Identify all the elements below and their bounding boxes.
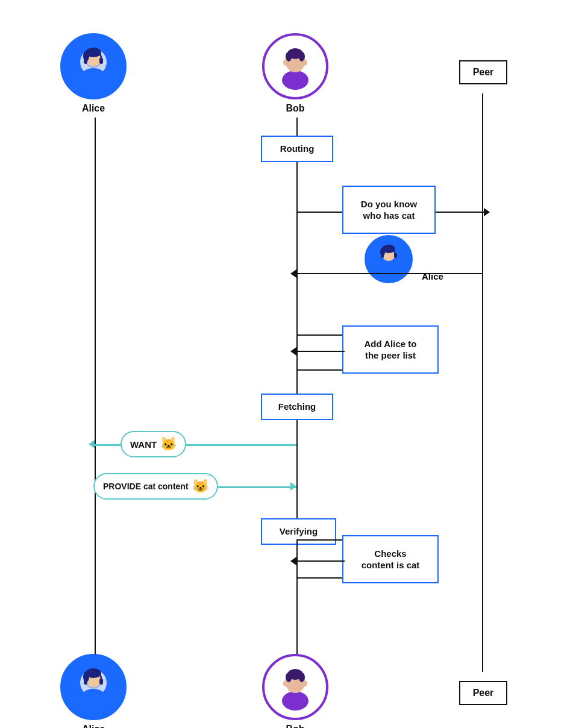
peer-vline [482, 93, 483, 672]
svg-point-35 [283, 680, 288, 686]
alice-avatar-top: Alice [60, 33, 127, 114]
provide-arrow-right [290, 482, 296, 491]
alice-response-arrow [296, 273, 483, 274]
bob-bottom-label: Bob [286, 724, 304, 728]
svg-point-36 [302, 680, 307, 686]
provide-pill: PROVIDE cat content 😺 [93, 473, 218, 500]
checks-box: Checks content is cat [342, 535, 439, 583]
add-alice-arrow [296, 351, 345, 352]
do-you-know-box: Do you know who has cat [342, 186, 436, 234]
cat-emoji-provide: 😺 [192, 479, 208, 494]
checks-arrow [296, 560, 345, 562]
svg-rect-28 [84, 679, 87, 685]
cat-emoji-want: 🐱 [160, 436, 177, 452]
want-arrow-left [89, 440, 95, 448]
svg-rect-6 [84, 58, 87, 64]
svg-point-5 [81, 68, 105, 85]
alice-top-label: Alice [82, 103, 105, 114]
svg-rect-21 [394, 253, 397, 258]
bob-avatar-top: Bob [262, 33, 328, 114]
svg-point-27 [81, 689, 105, 706]
svg-rect-29 [99, 679, 103, 685]
svg-point-8 [282, 71, 308, 90]
svg-rect-20 [381, 253, 384, 258]
peer-top-box: Peer [459, 60, 507, 84]
checks-left-rect [296, 539, 345, 579]
add-alice-box: Add Alice to the peer list [342, 325, 439, 374]
fetching-box: Fetching [261, 394, 333, 420]
alice-bottom-label: Alice [82, 724, 105, 728]
want-pill: WANT 🐱 [121, 431, 186, 457]
alice-avatar-mid [365, 235, 413, 283]
add-alice-left-rect [296, 334, 345, 371]
svg-point-14 [302, 60, 307, 66]
sequence-diagram: Alice Bob Peer Routing [0, 0, 576, 728]
svg-rect-7 [99, 58, 103, 64]
peer-bottom-box: Peer [459, 681, 507, 705]
svg-point-30 [282, 691, 308, 711]
routing-box: Routing [261, 136, 333, 162]
bob-avatar-bottom: Bob [262, 654, 328, 728]
do-you-know-arrow [436, 212, 484, 213]
svg-point-13 [283, 60, 288, 66]
alice-avatar-bottom: Alice [60, 654, 127, 728]
do-you-know-hline [296, 212, 346, 213]
alice-vline [95, 118, 96, 675]
bob-top-label: Bob [286, 103, 304, 114]
